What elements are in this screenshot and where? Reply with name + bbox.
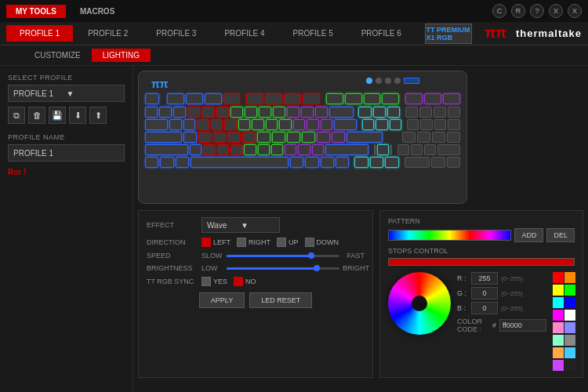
key-right[interactable] bbox=[385, 157, 398, 168]
key-k[interactable] bbox=[287, 132, 300, 143]
key-enter[interactable] bbox=[347, 132, 383, 143]
speed-thumb[interactable] bbox=[308, 252, 314, 259]
key-h[interactable] bbox=[257, 132, 270, 143]
profile-name-input[interactable]: PROFILE 1 bbox=[8, 144, 125, 162]
key-num7[interactable] bbox=[407, 119, 419, 130]
swatch-magenta[interactable] bbox=[553, 310, 564, 321]
key-num4[interactable] bbox=[402, 132, 416, 143]
key-f1[interactable] bbox=[167, 93, 184, 104]
key-left[interactable] bbox=[354, 157, 368, 168]
key-lbracket[interactable] bbox=[307, 119, 319, 130]
swatch-sky[interactable] bbox=[564, 347, 575, 358]
key-y[interactable] bbox=[238, 119, 251, 130]
swatch-gray[interactable] bbox=[564, 335, 575, 346]
import-profile-button[interactable]: ⬇ bbox=[69, 107, 86, 124]
tt-rgb-sync-no[interactable]: NO bbox=[234, 277, 256, 286]
add-button[interactable]: ADD bbox=[514, 228, 543, 242]
ctrl-minimize[interactable]: X bbox=[549, 4, 563, 18]
key-num2[interactable] bbox=[411, 144, 423, 155]
key-s[interactable] bbox=[198, 132, 212, 143]
key-c[interactable] bbox=[217, 144, 229, 155]
key-pgdn[interactable] bbox=[390, 119, 402, 130]
swatch-black[interactable] bbox=[564, 360, 575, 371]
key-0[interactable] bbox=[287, 107, 299, 118]
apply-button[interactable]: APPLY bbox=[199, 292, 245, 308]
key-f11[interactable] bbox=[364, 93, 381, 104]
key-z[interactable] bbox=[190, 144, 201, 155]
copy-profile-button[interactable]: ⧉ bbox=[8, 107, 25, 124]
key-num5[interactable] bbox=[417, 132, 430, 143]
key-f5[interactable] bbox=[246, 93, 263, 104]
key-up[interactable] bbox=[377, 144, 389, 155]
swatch-red[interactable] bbox=[553, 272, 564, 283]
swatch-blue[interactable] bbox=[564, 297, 575, 308]
key-m[interactable] bbox=[271, 144, 283, 155]
color-code-input[interactable] bbox=[499, 319, 546, 332]
brightness-thumb[interactable] bbox=[314, 265, 320, 271]
key-f12[interactable] bbox=[382, 93, 399, 104]
key-num0[interactable] bbox=[437, 144, 460, 155]
key-num1[interactable] bbox=[397, 144, 409, 155]
key-nummul[interactable] bbox=[434, 107, 446, 118]
key-lwin[interactable] bbox=[160, 157, 173, 168]
key-esc[interactable] bbox=[145, 93, 159, 104]
key-numend[interactable] bbox=[405, 157, 430, 168]
pattern-bar[interactable] bbox=[388, 230, 511, 241]
profile-tab-4[interactable]: PROFILE 4 bbox=[211, 25, 278, 42]
key-del[interactable] bbox=[362, 119, 375, 130]
key-slash[interactable] bbox=[312, 144, 324, 155]
key-lctrl[interactable] bbox=[145, 157, 158, 168]
key-num8[interactable] bbox=[420, 119, 433, 130]
key-ins[interactable] bbox=[358, 107, 371, 118]
swatch-yellow[interactable] bbox=[553, 285, 564, 296]
key-3[interactable] bbox=[187, 107, 200, 118]
swatch-lavender[interactable] bbox=[564, 322, 575, 333]
profile-tab-2[interactable]: PROFILE 2 bbox=[74, 25, 141, 42]
direction-down[interactable]: DOWN bbox=[305, 238, 339, 247]
tt-rgb-sync-yes[interactable]: YES bbox=[201, 277, 227, 286]
key-8[interactable] bbox=[259, 107, 271, 118]
key-numminus[interactable] bbox=[448, 107, 460, 118]
key-t[interactable] bbox=[224, 119, 237, 130]
key-quote[interactable] bbox=[332, 132, 345, 143]
key-lshift[interactable] bbox=[145, 144, 188, 155]
key-f3[interactable] bbox=[205, 93, 222, 104]
lighting-tab[interactable]: LIGHTING bbox=[92, 49, 151, 62]
swatch-violet[interactable] bbox=[553, 360, 564, 371]
key-d[interactable] bbox=[213, 132, 227, 143]
key-numenter2[interactable] bbox=[447, 157, 460, 168]
effect-select[interactable]: Wave ▼ bbox=[201, 217, 280, 233]
key-backspace[interactable] bbox=[329, 107, 353, 118]
key-numdiv[interactable] bbox=[419, 107, 432, 118]
profile-select[interactable]: PROFILE 1 ▼ bbox=[8, 85, 125, 102]
key-rctrl[interactable] bbox=[336, 157, 349, 168]
ctrl-help[interactable]: ? bbox=[530, 4, 544, 18]
profile-tab-3[interactable]: PROFILE 3 bbox=[143, 25, 209, 42]
ctrl-r[interactable]: R bbox=[511, 4, 525, 18]
key-end[interactable] bbox=[376, 119, 388, 130]
key-pause[interactable] bbox=[443, 93, 460, 104]
export-profile-button[interactable]: ⬆ bbox=[89, 107, 107, 124]
key-prtsc[interactable] bbox=[405, 93, 423, 104]
key-num9[interactable] bbox=[434, 119, 447, 130]
profile-tab-6[interactable]: PROFILE 6 bbox=[348, 25, 415, 42]
key-o[interactable] bbox=[279, 119, 292, 130]
rgb-r-input[interactable] bbox=[471, 272, 498, 285]
save-profile-button[interactable]: 💾 bbox=[49, 107, 66, 124]
key-numdel[interactable] bbox=[431, 157, 445, 168]
direction-down-radio[interactable] bbox=[305, 238, 314, 247]
key-1[interactable] bbox=[159, 107, 172, 118]
key-equal[interactable] bbox=[315, 107, 328, 118]
key-l[interactable] bbox=[302, 132, 315, 143]
key-i[interactable] bbox=[266, 119, 278, 130]
swatch-mint[interactable] bbox=[553, 335, 564, 346]
key-comma[interactable] bbox=[285, 144, 296, 155]
key-rfn[interactable] bbox=[305, 157, 318, 168]
macros-tab[interactable]: MACROS bbox=[71, 5, 124, 18]
key-p[interactable] bbox=[293, 119, 306, 130]
key-scroll[interactable] bbox=[424, 93, 441, 104]
direction-left-radio[interactable] bbox=[201, 238, 211, 247]
led-reset-button[interactable]: LED RESET bbox=[249, 292, 312, 308]
ctrl-c[interactable]: C bbox=[492, 4, 506, 18]
key-numenter[interactable] bbox=[447, 132, 460, 143]
